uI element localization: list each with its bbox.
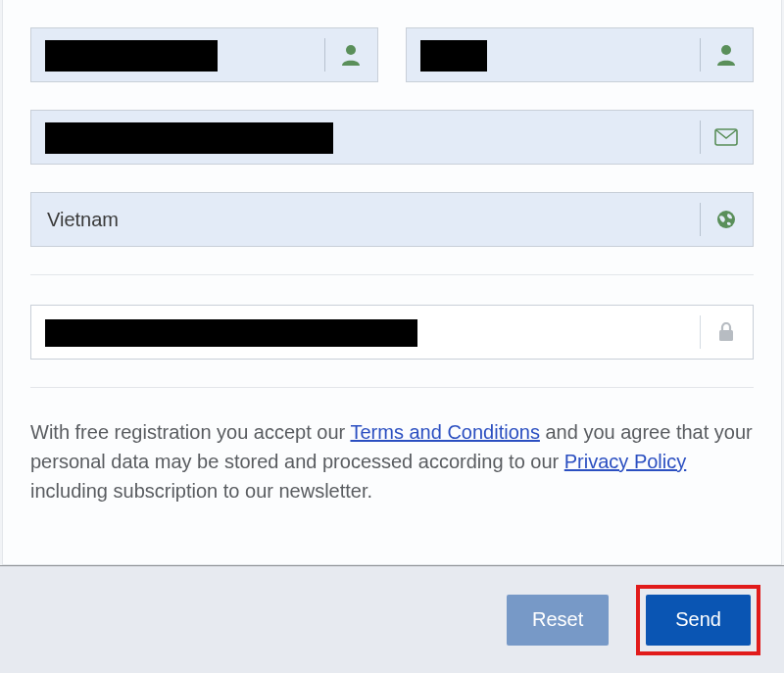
divider [30, 387, 754, 388]
consent-part1: With free registration you accept our [30, 421, 350, 443]
send-button-highlight: Send [636, 585, 760, 655]
form-footer: Reset Send [0, 565, 784, 673]
redacted-block [45, 319, 417, 347]
country-input[interactable] [31, 193, 700, 246]
redacted-block [420, 40, 487, 72]
privacy-link[interactable]: Privacy Policy [564, 451, 686, 472]
last-name-field[interactable] [406, 27, 754, 82]
password-row [30, 305, 754, 360]
password-field[interactable] [30, 305, 754, 360]
send-button[interactable]: Send [646, 595, 751, 646]
reset-button[interactable]: Reset [507, 595, 609, 646]
country-field[interactable] [30, 192, 754, 247]
svg-point-3 [717, 211, 735, 228]
svg-rect-4 [719, 330, 733, 341]
svg-point-1 [721, 45, 731, 55]
redacted-block [45, 122, 333, 154]
first-name-field[interactable] [30, 27, 378, 82]
lock-icon [700, 306, 753, 359]
svg-point-0 [346, 45, 356, 55]
registration-form-panel: With free registration you accept our Te… [2, 0, 782, 565]
consent-part3: including subscription to our newsletter… [30, 480, 372, 502]
consent-text: With free registration you accept our Te… [30, 417, 754, 505]
country-row [30, 192, 754, 247]
redacted-block [45, 40, 218, 72]
terms-link[interactable]: Terms and Conditions [350, 421, 539, 443]
person-icon [324, 28, 377, 81]
envelope-icon [700, 111, 753, 164]
name-row [30, 27, 754, 82]
divider [30, 274, 754, 275]
email-field[interactable] [30, 110, 754, 165]
person-icon [700, 28, 753, 81]
email-row [30, 110, 754, 165]
globe-icon [700, 193, 753, 246]
